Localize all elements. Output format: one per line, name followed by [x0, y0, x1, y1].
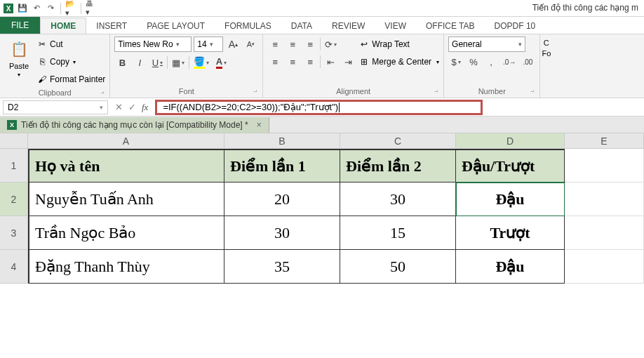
increase-decimal-button[interactable]: .0→	[501, 54, 518, 69]
tab-review[interactable]: REVIEW	[322, 18, 375, 34]
tab-formulas[interactable]: FORMULAS	[215, 18, 281, 34]
cell-C4[interactable]: 50	[340, 250, 456, 284]
cell-A3[interactable]: Trần Ngọc Bảo	[28, 216, 224, 250]
row-header-1[interactable]: 1	[0, 149, 28, 183]
font-color-button[interactable]: A	[213, 55, 229, 70]
close-tab-icon[interactable]: ×	[257, 120, 262, 130]
col-header-D[interactable]: D	[456, 133, 565, 149]
col-header-C[interactable]: C	[340, 133, 456, 149]
font-name-combo[interactable]: Times New Ro▾	[114, 37, 192, 52]
tab-dopdf[interactable]: doPDF 10	[485, 18, 546, 34]
align-middle-button[interactable]: ≡	[285, 37, 300, 52]
group-clipboard: 📋 Paste ▾ ✂Cut ⎘Copy▾ 🖌Format Painter Cl…	[0, 34, 110, 98]
align-bottom-button[interactable]: ≡	[302, 37, 318, 52]
number-format-combo[interactable]: General▾	[448, 37, 525, 52]
increase-indent-button[interactable]: ⇥	[340, 54, 356, 69]
cell-D3[interactable]: Trượt	[456, 216, 565, 250]
cell-A2[interactable]: Nguyễn Tuấn Anh	[28, 183, 224, 216]
cell-B4[interactable]: 35	[224, 250, 340, 284]
merge-center-button[interactable]: ⊞Merge & Center▾	[358, 54, 439, 69]
wrap-text-button[interactable]: ↩Wrap Text	[358, 37, 439, 52]
tab-view[interactable]: VIEW	[375, 18, 416, 34]
tab-file[interactable]: FILE	[0, 17, 40, 34]
cell-B3[interactable]: 30	[224, 216, 340, 250]
tab-data[interactable]: DATA	[281, 18, 322, 34]
merge-icon: ⊞	[358, 56, 370, 67]
cell-D4[interactable]: Đậu	[456, 250, 565, 284]
align-top-button[interactable]: ≡	[267, 37, 283, 52]
currency-button[interactable]: $	[448, 54, 464, 69]
percent-button[interactable]: %	[466, 54, 481, 69]
document-tab[interactable]: X Tiến độ thi công các hạng mục còn lại …	[0, 117, 269, 133]
redo-icon[interactable]: ↷	[45, 3, 56, 14]
group-label-clipboard: Clipboard	[4, 87, 105, 98]
col-header-E[interactable]: E	[565, 133, 644, 149]
formula-bar: D2▾ ✕ ✓ fx =IF((AND(B2>=20;C2>=30));"Đậu…	[0, 98, 644, 117]
copy-button[interactable]: ⎘Copy▾	[36, 54, 105, 69]
font-size-combo[interactable]: 14▾	[194, 37, 223, 52]
italic-button[interactable]: I	[132, 55, 147, 70]
row-header-2[interactable]: 2	[0, 183, 28, 216]
name-box[interactable]: D2▾	[3, 100, 108, 114]
svg-text:X: X	[6, 5, 11, 13]
paste-button[interactable]: 📋 Paste ▾	[4, 37, 34, 79]
cut-button[interactable]: ✂Cut	[36, 37, 105, 52]
cell-E2[interactable]	[565, 183, 644, 216]
tab-insert[interactable]: INSERT	[86, 18, 137, 34]
cell-C3[interactable]: 15	[340, 216, 456, 250]
cell-B2[interactable]: 20	[224, 183, 340, 216]
cell-B1[interactable]: Điểm lần 1	[224, 149, 340, 183]
bucket-icon: 🪣	[194, 56, 205, 69]
accept-formula-icon[interactable]: ✓	[128, 102, 136, 112]
print-icon[interactable]: 🖶▾	[86, 3, 97, 14]
save-icon[interactable]: 💾	[17, 3, 28, 14]
shrink-font-button[interactable]: A▾	[243, 37, 258, 52]
cell-D2[interactable]: Đậu	[456, 183, 565, 216]
tab-page-layout[interactable]: PAGE LAYOUT	[137, 18, 215, 34]
bold-button[interactable]: B	[114, 55, 130, 70]
fill-color-button[interactable]: 🪣	[192, 55, 211, 70]
group-alignment: ≡ ≡ ≡ ⟳ ≡ ≡ ≡ ⇤ ⇥ ↩Wrap Text ⊞Merge & Ce…	[263, 34, 444, 98]
select-all-corner[interactable]	[0, 133, 28, 149]
formula-input[interactable]: =IF((AND(B2>=20;C2>=30));"Đậu";"Trượt")	[155, 100, 483, 115]
align-center-button[interactable]: ≡	[285, 54, 300, 69]
col-header-B[interactable]: B	[224, 133, 340, 149]
orientation-button[interactable]: ⟳	[323, 37, 339, 52]
cell-E4[interactable]	[565, 250, 644, 284]
cell-C2[interactable]: 30	[340, 183, 456, 216]
underline-button[interactable]: U	[149, 55, 165, 70]
fx-icon[interactable]: fx	[142, 102, 148, 113]
cell-A4[interactable]: Đặng Thanh Thùy	[28, 250, 224, 284]
decrease-decimal-button[interactable]: .00	[520, 54, 535, 69]
open-icon[interactable]: 📂▾	[65, 3, 76, 14]
decrease-indent-button[interactable]: ⇤	[323, 54, 338, 69]
align-right-button[interactable]: ≡	[302, 54, 318, 69]
cell-A1[interactable]: Họ và tên	[28, 149, 224, 183]
tab-office-tab[interactable]: OFFICE TAB	[416, 18, 485, 34]
group-label-number: Number	[448, 86, 535, 97]
group-label-alignment: Alignment	[267, 86, 439, 97]
align-left-button[interactable]: ≡	[267, 54, 283, 69]
format-painter-button[interactable]: 🖌Format Painter	[36, 72, 105, 87]
cell-D1[interactable]: Đậu/Trượt	[456, 149, 565, 183]
comma-button[interactable]: ,	[483, 54, 499, 69]
row-header-3[interactable]: 3	[0, 216, 28, 250]
group-styles-partial: CFo	[540, 34, 552, 98]
app-title: Tiến độ thi công các hạng m	[532, 3, 638, 13]
cell-E3[interactable]	[565, 216, 644, 250]
tab-home[interactable]: HOME	[40, 18, 86, 34]
cell-E1[interactable]	[565, 149, 644, 183]
cancel-formula-icon[interactable]: ✕	[115, 102, 123, 112]
row-header-4[interactable]: 4	[0, 250, 28, 284]
cell-C1[interactable]: Điểm lần 2	[340, 149, 456, 183]
ribbon-tabs: FILE HOME INSERT PAGE LAYOUT FORMULAS DA…	[0, 17, 644, 34]
undo-icon[interactable]: ↶	[31, 3, 42, 14]
col-header-A[interactable]: A	[28, 133, 224, 149]
grow-font-button[interactable]: A▴	[225, 37, 241, 52]
spreadsheet-grid[interactable]: A B C D E 1 Họ và tên Điểm lần 1 Điểm lầ…	[0, 133, 644, 284]
group-label-font: Font	[114, 86, 258, 97]
scissors-icon: ✂	[36, 39, 48, 50]
border-button[interactable]: ▦	[170, 55, 187, 70]
brush-icon: 🖌	[36, 74, 48, 85]
ribbon: 📋 Paste ▾ ✂Cut ⎘Copy▾ 🖌Format Painter Cl…	[0, 34, 644, 98]
